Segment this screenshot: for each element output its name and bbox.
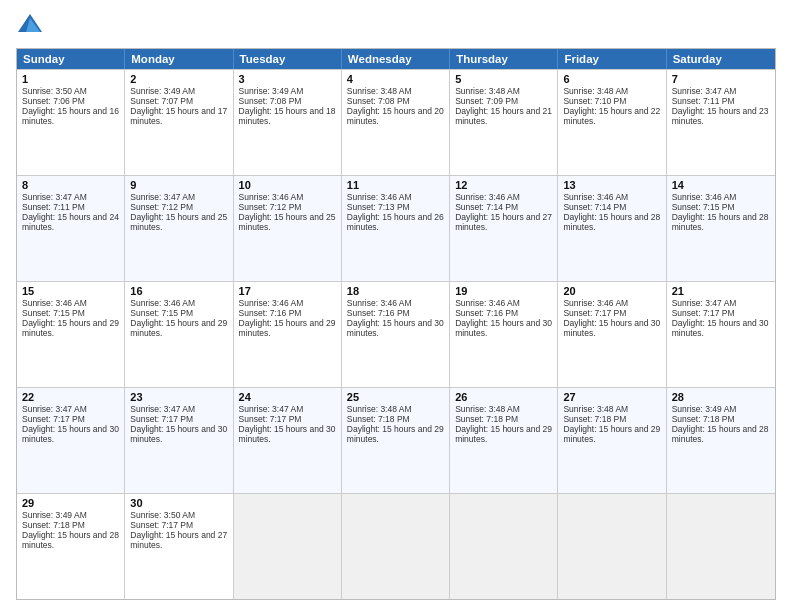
sunset-text: Sunset: 7:15 PM [22, 308, 119, 318]
sunrise-text: Sunrise: 3:46 AM [455, 298, 552, 308]
sunrise-text: Sunrise: 3:48 AM [563, 86, 660, 96]
sunset-text: Sunset: 7:06 PM [22, 96, 119, 106]
sunrise-text: Sunrise: 3:49 AM [130, 86, 227, 96]
empty-cell [667, 494, 775, 599]
day-number: 26 [455, 391, 552, 403]
day-cell-18: 18Sunrise: 3:46 AMSunset: 7:16 PMDayligh… [342, 282, 450, 387]
sunrise-text: Sunrise: 3:47 AM [672, 298, 770, 308]
sunset-text: Sunset: 7:11 PM [22, 202, 119, 212]
sunset-text: Sunset: 7:16 PM [239, 308, 336, 318]
daylight-text: Daylight: 15 hours and 24 minutes. [22, 212, 119, 232]
day-cell-9: 9Sunrise: 3:47 AMSunset: 7:12 PMDaylight… [125, 176, 233, 281]
day-number: 10 [239, 179, 336, 191]
day-number: 27 [563, 391, 660, 403]
calendar-header: SundayMondayTuesdayWednesdayThursdayFrid… [17, 49, 775, 69]
daylight-text: Daylight: 15 hours and 21 minutes. [455, 106, 552, 126]
day-number: 7 [672, 73, 770, 85]
day-cell-19: 19Sunrise: 3:46 AMSunset: 7:16 PMDayligh… [450, 282, 558, 387]
daylight-text: Daylight: 15 hours and 28 minutes. [22, 530, 119, 550]
header-day-tuesday: Tuesday [234, 49, 342, 69]
day-number: 8 [22, 179, 119, 191]
day-cell-24: 24Sunrise: 3:47 AMSunset: 7:17 PMDayligh… [234, 388, 342, 493]
daylight-text: Daylight: 15 hours and 30 minutes. [130, 424, 227, 444]
sunrise-text: Sunrise: 3:49 AM [22, 510, 119, 520]
day-cell-16: 16Sunrise: 3:46 AMSunset: 7:15 PMDayligh… [125, 282, 233, 387]
day-cell-20: 20Sunrise: 3:46 AMSunset: 7:17 PMDayligh… [558, 282, 666, 387]
sunrise-text: Sunrise: 3:48 AM [455, 404, 552, 414]
sunset-text: Sunset: 7:18 PM [672, 414, 770, 424]
day-cell-4: 4Sunrise: 3:48 AMSunset: 7:08 PMDaylight… [342, 70, 450, 175]
day-number: 17 [239, 285, 336, 297]
daylight-text: Daylight: 15 hours and 30 minutes. [672, 318, 770, 338]
daylight-text: Daylight: 15 hours and 25 minutes. [130, 212, 227, 232]
sunrise-text: Sunrise: 3:46 AM [347, 192, 444, 202]
daylight-text: Daylight: 15 hours and 29 minutes. [347, 424, 444, 444]
sunrise-text: Sunrise: 3:49 AM [672, 404, 770, 414]
sunset-text: Sunset: 7:18 PM [455, 414, 552, 424]
header-day-saturday: Saturday [667, 49, 775, 69]
calendar-row-3: 22Sunrise: 3:47 AMSunset: 7:17 PMDayligh… [17, 387, 775, 493]
day-cell-30: 30Sunrise: 3:50 AMSunset: 7:17 PMDayligh… [125, 494, 233, 599]
day-cell-28: 28Sunrise: 3:49 AMSunset: 7:18 PMDayligh… [667, 388, 775, 493]
sunset-text: Sunset: 7:14 PM [455, 202, 552, 212]
sunset-text: Sunset: 7:18 PM [347, 414, 444, 424]
day-cell-23: 23Sunrise: 3:47 AMSunset: 7:17 PMDayligh… [125, 388, 233, 493]
day-number: 28 [672, 391, 770, 403]
daylight-text: Daylight: 15 hours and 28 minutes. [563, 212, 660, 232]
sunset-text: Sunset: 7:18 PM [22, 520, 119, 530]
sunset-text: Sunset: 7:09 PM [455, 96, 552, 106]
day-number: 25 [347, 391, 444, 403]
day-number: 18 [347, 285, 444, 297]
daylight-text: Daylight: 15 hours and 27 minutes. [455, 212, 552, 232]
sunset-text: Sunset: 7:17 PM [563, 308, 660, 318]
day-cell-25: 25Sunrise: 3:48 AMSunset: 7:18 PMDayligh… [342, 388, 450, 493]
calendar: SundayMondayTuesdayWednesdayThursdayFrid… [16, 48, 776, 600]
sunrise-text: Sunrise: 3:46 AM [563, 298, 660, 308]
day-cell-12: 12Sunrise: 3:46 AMSunset: 7:14 PMDayligh… [450, 176, 558, 281]
sunset-text: Sunset: 7:16 PM [347, 308, 444, 318]
sunrise-text: Sunrise: 3:48 AM [347, 86, 444, 96]
day-number: 4 [347, 73, 444, 85]
daylight-text: Daylight: 15 hours and 29 minutes. [563, 424, 660, 444]
day-number: 15 [22, 285, 119, 297]
sunset-text: Sunset: 7:10 PM [563, 96, 660, 106]
daylight-text: Daylight: 15 hours and 29 minutes. [22, 318, 119, 338]
daylight-text: Daylight: 15 hours and 30 minutes. [563, 318, 660, 338]
empty-cell [342, 494, 450, 599]
day-number: 23 [130, 391, 227, 403]
sunrise-text: Sunrise: 3:49 AM [239, 86, 336, 96]
day-cell-1: 1Sunrise: 3:50 AMSunset: 7:06 PMDaylight… [17, 70, 125, 175]
day-number: 2 [130, 73, 227, 85]
daylight-text: Daylight: 15 hours and 30 minutes. [455, 318, 552, 338]
sunrise-text: Sunrise: 3:47 AM [239, 404, 336, 414]
header-day-thursday: Thursday [450, 49, 558, 69]
daylight-text: Daylight: 15 hours and 27 minutes. [130, 530, 227, 550]
daylight-text: Daylight: 15 hours and 26 minutes. [347, 212, 444, 232]
day-number: 14 [672, 179, 770, 191]
header-day-monday: Monday [125, 49, 233, 69]
sunrise-text: Sunrise: 3:47 AM [130, 192, 227, 202]
sunset-text: Sunset: 7:17 PM [130, 520, 227, 530]
sunrise-text: Sunrise: 3:46 AM [130, 298, 227, 308]
page: SundayMondayTuesdayWednesdayThursdayFrid… [0, 0, 792, 612]
day-cell-13: 13Sunrise: 3:46 AMSunset: 7:14 PMDayligh… [558, 176, 666, 281]
sunrise-text: Sunrise: 3:46 AM [672, 192, 770, 202]
sunset-text: Sunset: 7:17 PM [130, 414, 227, 424]
daylight-text: Daylight: 15 hours and 17 minutes. [130, 106, 227, 126]
sunset-text: Sunset: 7:12 PM [130, 202, 227, 212]
day-cell-21: 21Sunrise: 3:47 AMSunset: 7:17 PMDayligh… [667, 282, 775, 387]
daylight-text: Daylight: 15 hours and 29 minutes. [239, 318, 336, 338]
day-number: 19 [455, 285, 552, 297]
daylight-text: Daylight: 15 hours and 20 minutes. [347, 106, 444, 126]
empty-cell [450, 494, 558, 599]
day-number: 21 [672, 285, 770, 297]
calendar-body: 1Sunrise: 3:50 AMSunset: 7:06 PMDaylight… [17, 69, 775, 599]
daylight-text: Daylight: 15 hours and 28 minutes. [672, 212, 770, 232]
sunrise-text: Sunrise: 3:47 AM [22, 404, 119, 414]
day-cell-2: 2Sunrise: 3:49 AMSunset: 7:07 PMDaylight… [125, 70, 233, 175]
calendar-row-4: 29Sunrise: 3:49 AMSunset: 7:18 PMDayligh… [17, 493, 775, 599]
sunset-text: Sunset: 7:15 PM [130, 308, 227, 318]
sunset-text: Sunset: 7:14 PM [563, 202, 660, 212]
sunset-text: Sunset: 7:17 PM [672, 308, 770, 318]
sunrise-text: Sunrise: 3:46 AM [347, 298, 444, 308]
